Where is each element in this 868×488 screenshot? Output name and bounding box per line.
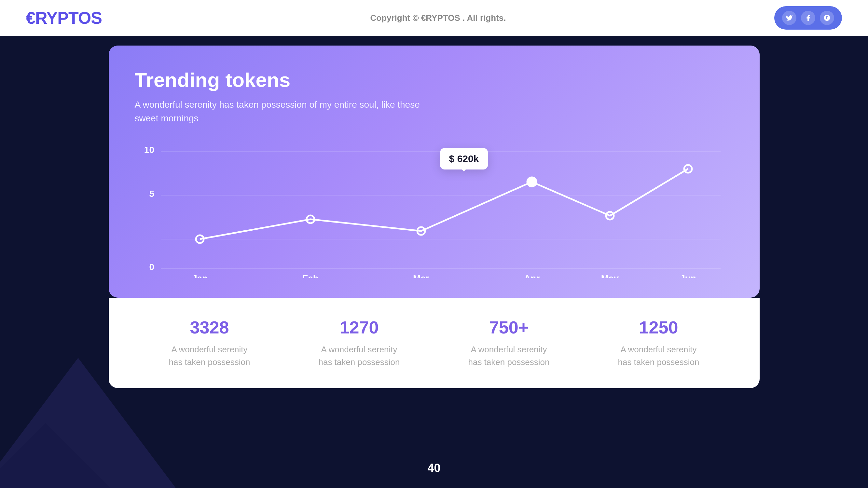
stat-number-3: 750+ — [434, 317, 584, 337]
svg-text:0: 0 — [149, 262, 154, 272]
chart-card: Trending tokens A wonderful serenity has… — [109, 45, 760, 298]
svg-text:Jan: Jan — [192, 273, 207, 278]
stat-desc-4: A wonderful serenity has taken possessio… — [613, 343, 704, 368]
stat-number-2: 1270 — [284, 317, 434, 337]
stat-number-4: 1250 — [584, 317, 734, 337]
main-content: Trending tokens A wonderful serenity has… — [0, 36, 868, 488]
chart-subtitle: A wonderful serenity has taken possessio… — [135, 98, 428, 125]
googleplus-icon[interactable] — [820, 11, 834, 25]
stat-desc-1: A wonderful serenity has taken possessio… — [164, 343, 255, 368]
stat-desc-2: A wonderful serenity has taken possessio… — [314, 343, 405, 368]
stat-desc-3: A wonderful serenity has taken possessio… — [463, 343, 555, 368]
svg-text:5: 5 — [149, 189, 154, 199]
svg-text:Feb: Feb — [302, 273, 319, 278]
page-number: 40 — [427, 461, 440, 475]
chart-tooltip: $ 620k — [440, 148, 488, 169]
twitter-icon[interactable] — [782, 11, 797, 25]
chart-title: Trending tokens — [135, 68, 734, 91]
stat-item-3: 750+ A wonderful serenity has taken poss… — [434, 317, 584, 368]
svg-text:Jun: Jun — [680, 273, 696, 278]
svg-text:10: 10 — [144, 145, 154, 155]
svg-text:Mar: Mar — [413, 273, 429, 278]
chart-container: $ 620k 10 5 0 — [135, 141, 734, 278]
stats-card: 3328 A wonderful serenity has taken poss… — [109, 298, 760, 388]
copyright-text: Copyright © €RYPTOS . All rights. — [370, 13, 506, 23]
header: €RYPTOS Copyright © €RYPTOS . All rights… — [0, 0, 868, 36]
social-icons-container — [774, 6, 842, 30]
facebook-icon[interactable] — [801, 11, 815, 25]
svg-marker-1 — [0, 423, 111, 488]
svg-text:May: May — [601, 273, 619, 278]
logo: €RYPTOS — [26, 8, 102, 28]
stat-number-1: 3328 — [135, 317, 284, 337]
stat-item-4: 1250 A wonderful serenity has taken poss… — [584, 317, 734, 368]
svg-point-12 — [527, 177, 536, 187]
stat-item-2: 1270 A wonderful serenity has taken poss… — [284, 317, 434, 368]
svg-text:Apr: Apr — [524, 273, 539, 278]
card-wrapper: Trending tokens A wonderful serenity has… — [109, 45, 760, 388]
chart-svg: 10 5 0 — [135, 141, 734, 278]
stat-item-1: 3328 A wonderful serenity has taken poss… — [135, 317, 284, 368]
